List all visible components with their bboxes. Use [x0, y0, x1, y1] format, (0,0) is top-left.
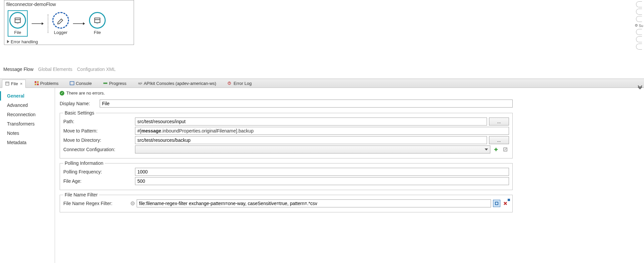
- move-dir-label: Move to Directory:: [63, 137, 135, 143]
- move-pattern-label: Move to Pattern:: [63, 128, 135, 133]
- progress-icon: [103, 81, 108, 86]
- mel-bold: message: [141, 128, 161, 133]
- arrow-icon: [32, 22, 44, 26]
- console-icon: [70, 81, 74, 86]
- filter-delete-button[interactable]: [502, 200, 509, 207]
- node-label: File: [14, 30, 21, 35]
- panel-tab-apikit[interactable]: api APIkit Consoles (apdev-american-ws): [135, 80, 219, 87]
- file-age-input[interactable]: [135, 177, 509, 185]
- svg-rect-14: [70, 82, 74, 85]
- close-icon[interactable]: ×: [20, 81, 23, 86]
- regex-filter-label: File Name Regex Filter:: [63, 201, 130, 206]
- node-label: Logger: [54, 30, 67, 35]
- right-toolbar-strip: ⚙Su: [634, 0, 644, 87]
- polling-freq-label: Polling Frequency:: [63, 169, 135, 174]
- sidebar-item-metadata[interactable]: Metadata: [0, 138, 55, 147]
- sidebar-item-transformers[interactable]: Transformers: [0, 119, 55, 129]
- connector-config-select[interactable]: [135, 145, 490, 153]
- status-row: ✓ There are no errors.: [60, 91, 513, 96]
- svg-marker-3: [42, 22, 44, 25]
- connector-config-label: Connector Configuration:: [63, 147, 135, 152]
- move-pattern-input[interactable]: #[message.inboundProperties.originalFile…: [135, 127, 509, 135]
- filename-filter-group: File Name Filter File Name Regex Filter:: [60, 192, 513, 212]
- svg-rect-6: [95, 18, 100, 23]
- gear-icon[interactable]: [130, 201, 135, 206]
- flow-canvas[interactable]: fileconnector-demoFlow File Logger File: [4, 0, 134, 45]
- problems-icon: [34, 81, 39, 86]
- panel-tab-label: Error Log: [234, 81, 252, 86]
- properties-content: ✓ There are no errors. Display Name: Bas…: [55, 88, 517, 263]
- toolbar-label: ⚙Su: [635, 23, 643, 28]
- panel-tab-console[interactable]: Console: [67, 80, 94, 87]
- panel-tab-progress[interactable]: Progress: [100, 80, 129, 87]
- tab-configuration-xml[interactable]: Configuration XML: [77, 67, 116, 72]
- panel-tab-problems[interactable]: Problems: [32, 80, 61, 87]
- file-age-label: File Age:: [63, 178, 135, 184]
- panel-tab-label: File: [11, 81, 18, 86]
- expand-icon: [7, 40, 9, 43]
- polling-freq-input[interactable]: [135, 168, 509, 176]
- panel-tab-file[interactable]: File ×: [2, 80, 26, 88]
- sidebar-item-notes[interactable]: Notes: [0, 129, 55, 138]
- panel-tab-errorlog[interactable]: Error Log: [225, 80, 254, 87]
- move-dir-browse-button[interactable]: ...: [489, 136, 509, 144]
- editor-tabs: Message Flow Global Elements Configurati…: [3, 67, 116, 72]
- tab-global-elements[interactable]: Global Elements: [38, 67, 72, 72]
- panel-tabs: File × Problems Console Progress api API…: [0, 79, 644, 88]
- flow-nodes: File Logger File: [4, 8, 134, 39]
- logger-icon: [52, 12, 69, 29]
- path-input[interactable]: [135, 118, 487, 126]
- tab-message-flow[interactable]: Message Flow: [3, 67, 33, 72]
- apikit-icon: api: [138, 81, 142, 86]
- basic-settings-group: Basic Settings Path: ... Move to Pattern…: [60, 110, 513, 158]
- mel-post: .inboundProperties.originalFilename].bac…: [161, 128, 254, 133]
- panel-tab-label: Console: [76, 81, 92, 86]
- svg-rect-12: [35, 84, 36, 85]
- toolbar-stub[interactable]: [636, 36, 642, 42]
- svg-rect-8: [6, 82, 9, 85]
- regex-filter-input[interactable]: [137, 199, 491, 207]
- sidebar-item-advanced[interactable]: Advanced: [0, 101, 55, 110]
- sidebar-item-reconnection[interactable]: Reconnection: [0, 110, 55, 119]
- path-browse-button[interactable]: ...: [489, 118, 509, 126]
- chevron-down-icon: [485, 148, 488, 150]
- sidebar-item-general[interactable]: General: [0, 91, 55, 101]
- error-handling-section[interactable]: Error handling: [4, 39, 134, 45]
- svg-point-18: [229, 84, 230, 85]
- basic-settings-legend: Basic Settings: [63, 110, 96, 116]
- display-name-label: Display Name:: [60, 101, 100, 106]
- flow-node-logger[interactable]: Logger: [52, 12, 69, 35]
- svg-rect-15: [103, 83, 107, 84]
- flow-node-file-selected[interactable]: File: [8, 10, 28, 37]
- filename-filter-legend: File Name Filter: [63, 192, 99, 197]
- panel-tab-label: Progress: [109, 81, 126, 86]
- display-name-input[interactable]: [100, 100, 513, 108]
- file-tab-icon: [5, 81, 10, 86]
- move-dir-input[interactable]: [135, 136, 487, 144]
- toolbar-stub[interactable]: [636, 29, 642, 35]
- toolbar-stub[interactable]: [636, 9, 642, 15]
- svg-rect-24: [495, 202, 498, 205]
- toolbar-stub[interactable]: [636, 44, 642, 50]
- polling-info-legend: Polling Information: [63, 160, 105, 166]
- toolbar-stub[interactable]: [636, 1, 642, 7]
- filter-edit-button[interactable]: [493, 200, 500, 207]
- svg-rect-11: [37, 81, 39, 83]
- status-text: There are no errors.: [66, 91, 105, 96]
- flow-separator: [48, 14, 48, 33]
- add-config-button[interactable]: [492, 146, 500, 153]
- properties-side-nav: General Advanced Reconnection Transforme…: [0, 88, 55, 263]
- file-icon: [89, 12, 106, 29]
- arrow-icon: [73, 22, 85, 26]
- panel-tab-label: Problems: [40, 81, 59, 86]
- flow-node-file-2[interactable]: File: [89, 12, 106, 35]
- node-label: File: [94, 30, 101, 35]
- edit-config-button[interactable]: [502, 146, 509, 153]
- path-label: Path:: [63, 119, 135, 124]
- toolbar-stub[interactable]: [636, 16, 642, 22]
- svg-rect-10: [35, 81, 36, 83]
- expand-icon[interactable]: [637, 85, 643, 91]
- error-handling-label: Error handling: [11, 39, 38, 44]
- svg-marker-5: [83, 22, 85, 25]
- panel-tab-label: APIkit Consoles (apdev-american-ws): [144, 81, 216, 86]
